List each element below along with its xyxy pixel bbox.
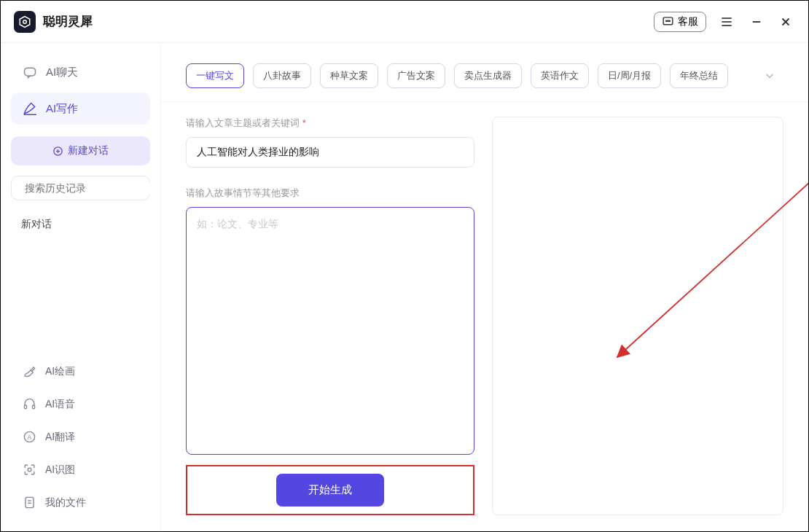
history-item[interactable]: 新对话 bbox=[1, 211, 160, 238]
topic-label: 请输入文章主题或者关键词 * bbox=[186, 117, 474, 130]
tab-year-summary[interactable]: 年终总结 bbox=[670, 63, 728, 88]
sidebar-item-label: AI识图 bbox=[45, 463, 75, 477]
svg-text:A: A bbox=[28, 434, 32, 441]
app-title: 聪明灵犀 bbox=[43, 13, 93, 30]
required-indicator: * bbox=[302, 117, 306, 128]
brush-icon bbox=[23, 364, 36, 378]
new-chat-button[interactable]: 新建对话 bbox=[11, 136, 150, 165]
tab-one-click-write[interactable]: 一键写文 bbox=[186, 63, 244, 88]
sidebar-item-draw[interactable]: AI绘画 bbox=[11, 357, 150, 386]
svg-rect-22 bbox=[26, 497, 34, 507]
sidebar-item-chat[interactable]: AI聊天 bbox=[11, 56, 150, 88]
close-button[interactable] bbox=[776, 12, 795, 31]
search-history-wrap[interactable] bbox=[11, 176, 150, 200]
form-column: 请输入文章主题或者关键词 * 请输入故事情节等其他要求 开始生成 bbox=[186, 117, 474, 515]
chat-bubble-icon bbox=[662, 15, 674, 28]
output-panel bbox=[492, 117, 783, 515]
work-area: 请输入文章主题或者关键词 * 请输入故事情节等其他要求 开始生成 bbox=[161, 102, 808, 532]
titlebar: 聪明灵犀 客服 bbox=[1, 1, 808, 43]
svg-point-2 bbox=[666, 20, 667, 21]
svg-point-21 bbox=[28, 468, 31, 472]
support-label: 客服 bbox=[678, 15, 698, 28]
svg-point-3 bbox=[668, 20, 668, 21]
translate-icon: A bbox=[23, 430, 36, 444]
tab-english-essay[interactable]: 英语作文 bbox=[531, 63, 589, 88]
file-icon bbox=[23, 496, 36, 509]
sidebar: AI聊天 AI写作 新建对话 新对话 AI绘画 AI语音 bbox=[1, 43, 161, 531]
sidebar-item-write[interactable]: AI写作 bbox=[11, 93, 150, 125]
search-history-input[interactable] bbox=[25, 182, 152, 194]
tab-report[interactable]: 日/周/月报 bbox=[598, 63, 661, 88]
plus-circle-icon bbox=[52, 146, 63, 157]
sidebar-item-ocr[interactable]: AI识图 bbox=[11, 455, 150, 484]
tabs-expand-button[interactable] bbox=[756, 66, 783, 85]
svg-rect-11 bbox=[25, 68, 36, 76]
sidebar-item-files[interactable]: 我的文件 bbox=[11, 488, 150, 517]
sidebar-item-label: AI绘画 bbox=[45, 365, 75, 378]
sidebar-item-label: 我的文件 bbox=[45, 496, 86, 509]
template-tabs-row: 一键写文 八卦故事 种草文案 广告文案 卖点生成器 英语作文 日/周/月报 年终… bbox=[161, 43, 808, 102]
minimize-icon bbox=[750, 15, 763, 28]
sidebar-item-translate[interactable]: A AI翻译 bbox=[11, 423, 150, 451]
sidebar-item-label: AI语音 bbox=[45, 398, 75, 411]
svg-point-4 bbox=[669, 20, 670, 21]
generate-button-highlight-box: 开始生成 bbox=[186, 465, 474, 515]
chevron-down-icon bbox=[763, 69, 776, 82]
tab-selling-points[interactable]: 卖点生成器 bbox=[454, 63, 522, 88]
svg-rect-18 bbox=[32, 405, 34, 409]
extra-requirements-textarea[interactable] bbox=[186, 207, 474, 455]
content-area: 一键写文 八卦故事 种草文案 广告文案 卖点生成器 英语作文 日/周/月报 年终… bbox=[161, 43, 808, 531]
pen-icon bbox=[23, 101, 37, 116]
topic-input[interactable] bbox=[186, 137, 474, 168]
close-icon bbox=[779, 15, 792, 28]
sidebar-item-label: AI写作 bbox=[46, 102, 78, 116]
new-chat-label: 新建对话 bbox=[68, 144, 109, 157]
menu-button[interactable] bbox=[716, 12, 737, 32]
tab-ad-copy[interactable]: 广告文案 bbox=[387, 63, 445, 88]
history-item-label: 新对话 bbox=[21, 218, 52, 230]
svg-point-0 bbox=[23, 20, 27, 23]
tab-seed-copy[interactable]: 种草文案 bbox=[320, 63, 378, 88]
headphone-icon bbox=[23, 397, 36, 411]
extra-label: 请输入故事情节等其他要求 bbox=[186, 187, 474, 200]
minimize-button[interactable] bbox=[747, 12, 766, 31]
chat-icon bbox=[23, 65, 37, 79]
menu-icon bbox=[719, 15, 734, 29]
app-logo bbox=[14, 11, 36, 33]
image-search-icon bbox=[23, 463, 36, 477]
support-button[interactable]: 客服 bbox=[654, 12, 706, 32]
sidebar-item-voice[interactable]: AI语音 bbox=[11, 390, 150, 418]
svg-rect-17 bbox=[24, 405, 26, 409]
sidebar-item-label: AI翻译 bbox=[45, 431, 75, 444]
tab-gossip-story[interactable]: 八卦故事 bbox=[253, 63, 311, 88]
sidebar-item-label: AI聊天 bbox=[46, 66, 78, 79]
generate-button[interactable]: 开始生成 bbox=[276, 474, 384, 506]
